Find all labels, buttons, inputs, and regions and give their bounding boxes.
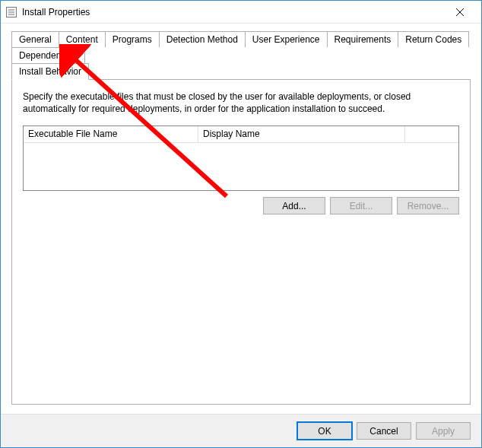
- list-body[interactable]: [24, 143, 458, 190]
- apply-button: Apply: [416, 422, 471, 440]
- tab-programs[interactable]: Programs: [105, 31, 160, 47]
- col-empty[interactable]: [405, 126, 458, 142]
- list-header: Executable File Name Display Name: [24, 126, 458, 143]
- tab-user-experience[interactable]: User Experience: [245, 31, 328, 47]
- install-properties-dialog: Install Properties General Content Progr…: [0, 0, 482, 448]
- window-title: Install Properties: [22, 7, 445, 17]
- tab-return-codes[interactable]: Return Codes: [398, 31, 469, 47]
- client-area: General Content Programs Detection Metho…: [1, 24, 481, 414]
- remove-button: Remove...: [397, 197, 459, 214]
- app-icon: [5, 6, 17, 18]
- tab-general[interactable]: General: [11, 31, 59, 47]
- col-executable-file-name[interactable]: Executable File Name: [24, 126, 198, 142]
- titlebar: Install Properties: [1, 1, 481, 24]
- tab-requirements[interactable]: Requirements: [327, 31, 399, 47]
- tab-strip: General Content Programs Detection Metho…: [11, 31, 471, 79]
- list-buttons: Add... Edit... Remove...: [23, 197, 459, 214]
- cancel-button[interactable]: Cancel: [357, 422, 411, 440]
- executables-list[interactable]: Executable File Name Display Name: [23, 126, 459, 191]
- edit-button: Edit...: [330, 197, 392, 214]
- tab-content[interactable]: Content: [59, 31, 106, 47]
- add-button[interactable]: Add...: [263, 197, 325, 214]
- panel-description: Specify the executable files that must b…: [23, 91, 459, 115]
- close-button[interactable]: [445, 2, 475, 23]
- dialog-button-bar: OK Cancel Apply: [1, 414, 481, 447]
- tab-detection-method[interactable]: Detection Method: [159, 31, 246, 47]
- col-display-name[interactable]: Display Name: [198, 126, 405, 142]
- tab-install-behavior[interactable]: Install Behavior: [11, 63, 89, 80]
- tab-panel-install-behavior: Specify the executable files that must b…: [11, 79, 471, 405]
- tab-dependencies[interactable]: Dependencies: [11, 47, 85, 63]
- ok-button[interactable]: OK: [297, 422, 352, 440]
